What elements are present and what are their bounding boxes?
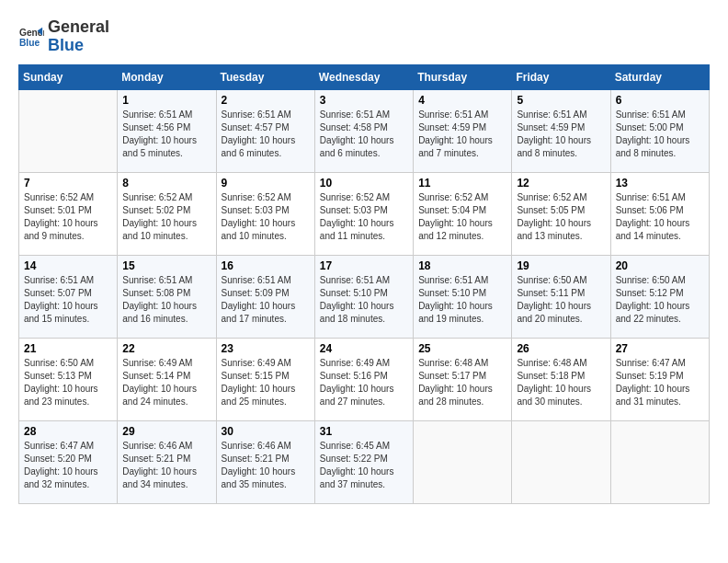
day-info: Sunrise: 6:51 AM Sunset: 5:08 PM Dayligh… — [122, 274, 210, 326]
day-number: 28 — [24, 425, 112, 438]
sunset-text: Sunset: 5:00 PM — [616, 121, 704, 134]
calendar-week-row: 1 Sunrise: 6:51 AM Sunset: 4:56 PM Dayli… — [19, 89, 710, 172]
calendar-cell: 27 Sunrise: 6:47 AM Sunset: 5:19 PM Dayl… — [610, 338, 709, 420]
day-number: 24 — [320, 342, 408, 355]
daylight-text: Daylight: 10 hours and 10 minutes. — [122, 217, 210, 243]
day-info: Sunrise: 6:51 AM Sunset: 4:56 PM Dayligh… — [122, 109, 210, 160]
sunset-text: Sunset: 5:17 PM — [418, 370, 506, 383]
day-info: Sunrise: 6:47 AM Sunset: 5:19 PM Dayligh… — [616, 357, 704, 408]
calendar-cell: 9 Sunrise: 6:52 AM Sunset: 5:03 PM Dayli… — [216, 172, 314, 255]
sunrise-text: Sunrise: 6:51 AM — [122, 274, 210, 287]
sunrise-text: Sunrise: 6:51 AM — [24, 274, 112, 287]
sunset-text: Sunset: 5:12 PM — [616, 287, 704, 300]
day-info: Sunrise: 6:51 AM Sunset: 5:09 PM Dayligh… — [222, 274, 310, 326]
daylight-text: Daylight: 10 hours and 15 minutes. — [24, 300, 112, 326]
calendar-cell: 5 Sunrise: 6:51 AM Sunset: 4:59 PM Dayli… — [512, 89, 610, 172]
day-number: 25 — [418, 342, 506, 355]
sunrise-text: Sunrise: 6:51 AM — [418, 109, 506, 121]
sunrise-text: Sunrise: 6:50 AM — [24, 357, 112, 370]
daylight-text: Daylight: 10 hours and 13 minutes. — [517, 217, 605, 243]
day-number: 20 — [616, 259, 704, 272]
calendar-cell: 18 Sunrise: 6:51 AM Sunset: 5:10 PM Dayl… — [414, 255, 512, 338]
calendar-table: SundayMondayTuesdayWednesdayThursdayFrid… — [18, 64, 710, 504]
day-info: Sunrise: 6:51 AM Sunset: 4:59 PM Dayligh… — [418, 109, 506, 160]
daylight-text: Daylight: 10 hours and 5 minutes. — [122, 134, 210, 160]
calendar-week-row: 28 Sunrise: 6:47 AM Sunset: 5:20 PM Dayl… — [19, 420, 710, 503]
day-number: 12 — [517, 177, 605, 190]
sunrise-text: Sunrise: 6:49 AM — [222, 357, 310, 370]
daylight-text: Daylight: 10 hours and 37 minutes. — [320, 465, 408, 491]
weekday-header-saturday: Saturday — [610, 64, 709, 89]
day-info: Sunrise: 6:52 AM Sunset: 5:05 PM Dayligh… — [517, 191, 605, 243]
sunrise-text: Sunrise: 6:52 AM — [222, 191, 310, 204]
day-info: Sunrise: 6:50 AM Sunset: 5:13 PM Dayligh… — [24, 357, 112, 408]
calendar-cell: 11 Sunrise: 6:52 AM Sunset: 5:04 PM Dayl… — [414, 172, 512, 255]
logo-icon: General Blue — [18, 24, 44, 50]
sunrise-text: Sunrise: 6:45 AM — [320, 440, 408, 453]
day-number: 8 — [122, 177, 210, 190]
calendar-cell: 23 Sunrise: 6:49 AM Sunset: 5:15 PM Dayl… — [216, 338, 314, 420]
sunrise-text: Sunrise: 6:51 AM — [616, 109, 704, 121]
calendar-cell — [414, 420, 512, 503]
day-info: Sunrise: 6:49 AM Sunset: 5:15 PM Dayligh… — [222, 357, 310, 408]
day-number: 27 — [616, 342, 704, 355]
sunset-text: Sunset: 5:07 PM — [24, 287, 112, 300]
sunrise-text: Sunrise: 6:48 AM — [418, 357, 506, 370]
sunrise-text: Sunrise: 6:51 AM — [517, 109, 605, 121]
weekday-header-row: SundayMondayTuesdayWednesdayThursdayFrid… — [19, 64, 710, 89]
sunset-text: Sunset: 4:56 PM — [122, 121, 210, 134]
sunrise-text: Sunrise: 6:51 AM — [418, 274, 506, 287]
sunset-text: Sunset: 5:02 PM — [122, 204, 210, 217]
calendar-cell: 2 Sunrise: 6:51 AM Sunset: 4:57 PM Dayli… — [216, 89, 314, 172]
day-info: Sunrise: 6:51 AM Sunset: 4:59 PM Dayligh… — [517, 109, 605, 160]
sunrise-text: Sunrise: 6:52 AM — [517, 191, 605, 204]
svg-text:Blue: Blue — [19, 38, 40, 48]
sunrise-text: Sunrise: 6:52 AM — [320, 191, 408, 204]
day-number: 7 — [24, 177, 112, 190]
calendar-cell: 30 Sunrise: 6:46 AM Sunset: 5:21 PM Dayl… — [216, 420, 314, 503]
day-info: Sunrise: 6:50 AM Sunset: 5:11 PM Dayligh… — [517, 274, 605, 326]
sunrise-text: Sunrise: 6:49 AM — [320, 357, 408, 370]
calendar-week-row: 21 Sunrise: 6:50 AM Sunset: 5:13 PM Dayl… — [19, 338, 710, 420]
daylight-text: Daylight: 10 hours and 8 minutes. — [616, 134, 704, 160]
sunset-text: Sunset: 5:08 PM — [122, 287, 210, 300]
sunrise-text: Sunrise: 6:52 AM — [24, 191, 112, 204]
day-number: 3 — [320, 94, 408, 107]
calendar-cell: 19 Sunrise: 6:50 AM Sunset: 5:11 PM Dayl… — [512, 255, 610, 338]
weekday-header-tuesday: Tuesday — [216, 64, 314, 89]
calendar-cell: 3 Sunrise: 6:51 AM Sunset: 4:58 PM Dayli… — [314, 89, 413, 172]
daylight-text: Daylight: 10 hours and 6 minutes. — [222, 134, 310, 160]
day-number: 16 — [222, 259, 310, 272]
daylight-text: Daylight: 10 hours and 19 minutes. — [418, 300, 506, 326]
sunrise-text: Sunrise: 6:47 AM — [24, 440, 112, 453]
day-number: 29 — [122, 425, 210, 438]
day-number: 26 — [517, 342, 605, 355]
weekday-header-sunday: Sunday — [19, 64, 118, 89]
day-info: Sunrise: 6:51 AM Sunset: 4:57 PM Dayligh… — [222, 109, 310, 160]
day-number: 15 — [122, 259, 210, 272]
daylight-text: Daylight: 10 hours and 20 minutes. — [517, 300, 605, 326]
day-info: Sunrise: 6:52 AM Sunset: 5:04 PM Dayligh… — [418, 191, 506, 243]
calendar-cell: 20 Sunrise: 6:50 AM Sunset: 5:12 PM Dayl… — [610, 255, 709, 338]
day-number: 9 — [222, 177, 310, 190]
day-info: Sunrise: 6:52 AM Sunset: 5:03 PM Dayligh… — [222, 191, 310, 243]
calendar-cell: 15 Sunrise: 6:51 AM Sunset: 5:08 PM Dayl… — [118, 255, 216, 338]
calendar-cell: 17 Sunrise: 6:51 AM Sunset: 5:10 PM Dayl… — [314, 255, 413, 338]
sunset-text: Sunset: 5:10 PM — [418, 287, 506, 300]
day-info: Sunrise: 6:49 AM Sunset: 5:16 PM Dayligh… — [320, 357, 408, 408]
day-number: 22 — [122, 342, 210, 355]
weekday-header-friday: Friday — [512, 64, 610, 89]
sunrise-text: Sunrise: 6:52 AM — [418, 191, 506, 204]
logo-text-line2: Blue — [48, 37, 109, 55]
day-number: 10 — [320, 177, 408, 190]
calendar-cell: 14 Sunrise: 6:51 AM Sunset: 5:07 PM Dayl… — [19, 255, 118, 338]
day-info: Sunrise: 6:51 AM Sunset: 5:07 PM Dayligh… — [24, 274, 112, 326]
sunrise-text: Sunrise: 6:51 AM — [122, 109, 210, 121]
sunrise-text: Sunrise: 6:48 AM — [517, 357, 605, 370]
calendar-cell: 22 Sunrise: 6:49 AM Sunset: 5:14 PM Dayl… — [118, 338, 216, 420]
sunset-text: Sunset: 4:59 PM — [517, 121, 605, 134]
day-info: Sunrise: 6:50 AM Sunset: 5:12 PM Dayligh… — [616, 274, 704, 326]
daylight-text: Daylight: 10 hours and 14 minutes. — [616, 217, 704, 243]
sunset-text: Sunset: 5:21 PM — [122, 453, 210, 465]
sunset-text: Sunset: 5:22 PM — [320, 453, 408, 465]
